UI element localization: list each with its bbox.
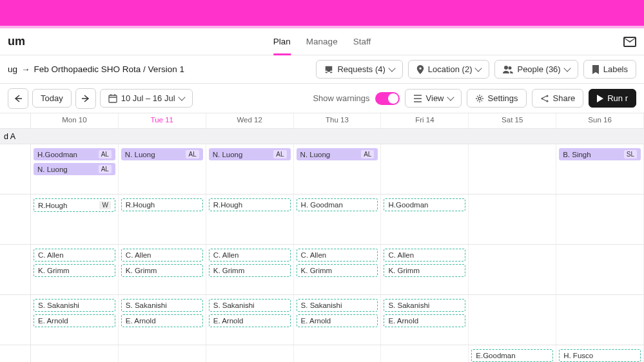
today-button[interactable]: Today — [32, 89, 72, 108]
day-cell[interactable]: S. SakanishiE. Arnold — [31, 295, 119, 345]
shift-chip[interactable]: R.Hough — [209, 198, 291, 211]
location-filter[interactable]: Location (2) — [408, 60, 490, 79]
warnings-label: Show warnings — [313, 93, 369, 103]
day-cell[interactable]: S. SakanishiE. Arnold — [119, 295, 206, 345]
section-label: d A — [4, 132, 15, 141]
shift-chip[interactable]: S. Sakanishi — [209, 299, 291, 312]
shift-chip[interactable]: N. LuongAL — [209, 148, 291, 160]
day-cell[interactable]: N. LuongAL — [206, 144, 294, 194]
shift-chip[interactable]: R.Hough — [121, 198, 203, 211]
day-cell[interactable] — [556, 245, 644, 294]
shift-chip[interactable]: E. Arnold — [34, 314, 115, 327]
day-cell[interactable] — [206, 345, 294, 362]
day-cell[interactable]: C. AllenK. Grimm — [381, 245, 469, 294]
shift-chip[interactable]: E.Goodman — [471, 349, 553, 362]
day-cell[interactable] — [31, 345, 119, 362]
section-header[interactable]: d A — [0, 129, 644, 144]
day-cell[interactable]: R.Hough — [206, 195, 294, 244]
chip-name: E.Goodman — [476, 352, 515, 359]
day-cell[interactable] — [119, 345, 206, 362]
schedule-row: E.GoodmanH. Fusco — [0, 345, 644, 362]
shift-chip[interactable]: S. Sakanishi — [297, 299, 378, 312]
day-cell[interactable]: S. SakanishiE. Arnold — [206, 295, 294, 345]
shift-chip[interactable]: N. LuongAL — [121, 148, 203, 160]
chevron-down-icon — [447, 93, 454, 100]
shift-chip[interactable]: E. Arnold — [297, 314, 378, 327]
day-cell[interactable]: H.GoodmanALN. LuongAL — [31, 144, 119, 194]
day-cell[interactable] — [469, 195, 556, 244]
day-cell[interactable]: E.Goodman — [469, 345, 556, 362]
shift-chip[interactable]: S. Sakanishi — [384, 299, 465, 312]
day-cell[interactable]: C. AllenK. Grimm — [206, 245, 294, 294]
row-gutter — [0, 195, 31, 244]
shift-chip[interactable]: S. Sakanishi — [121, 299, 203, 312]
day-cell[interactable] — [294, 345, 382, 362]
day-cell[interactable]: N. LuongAL — [119, 144, 206, 194]
shift-chip[interactable]: S. Sakanishi — [34, 299, 115, 312]
tab-plan[interactable]: Plan — [273, 28, 291, 55]
shift-chip[interactable]: H.Goodman — [384, 198, 465, 211]
shift-chip[interactable]: E. Arnold — [209, 314, 291, 327]
day-cell[interactable]: B. SinghSL — [556, 144, 644, 194]
day-cell[interactable]: H.Goodman — [381, 195, 469, 244]
requests-filter[interactable]: Requests (4) — [316, 60, 402, 79]
day-cell[interactable] — [381, 144, 469, 194]
shift-chip[interactable]: K. Grimm — [121, 264, 203, 277]
tab-manage[interactable]: Manage — [306, 28, 338, 55]
labels-filter[interactable]: Labels — [583, 60, 636, 79]
shift-chip[interactable]: H. Goodman — [297, 198, 378, 211]
shift-chip[interactable]: B. SinghSL — [559, 148, 641, 160]
shift-chip[interactable]: E. Arnold — [384, 314, 465, 327]
mail-icon[interactable] — [623, 37, 636, 47]
day-cell[interactable]: H. Fusco — [556, 345, 644, 362]
day-cell[interactable]: R.Hough — [119, 195, 206, 244]
day-cell[interactable]: C. AllenK. Grimm — [31, 245, 119, 294]
shift-chip[interactable]: C. Allen — [297, 249, 378, 262]
chip-badge: AL — [99, 150, 112, 158]
day-cell[interactable]: N. LuongAL — [294, 144, 382, 194]
chip-name: K. Grimm — [388, 267, 420, 274]
daterange-button[interactable]: 10 Jul – 16 Jul — [100, 89, 193, 108]
shift-chip[interactable]: K. Grimm — [297, 264, 378, 277]
run-button[interactable]: Run r — [589, 89, 636, 108]
day-cell[interactable] — [469, 245, 556, 294]
day-header: Thu 13 — [294, 113, 382, 128]
shift-chip[interactable]: N. LuongAL — [297, 148, 378, 160]
view-button[interactable]: View — [405, 89, 462, 108]
warnings-toggle[interactable] — [375, 92, 400, 105]
shift-chip[interactable]: C. Allen — [384, 249, 465, 262]
shift-chip[interactable]: N. LuongAL — [34, 163, 115, 175]
day-cell[interactable]: S. SakanishiE. Arnold — [294, 295, 382, 345]
shift-chip[interactable]: K. Grimm — [209, 264, 291, 277]
shift-chip[interactable]: H. Fusco — [559, 349, 641, 362]
shift-chip[interactable]: C. Allen — [34, 249, 115, 262]
people-filter[interactable]: People (36) — [494, 60, 578, 79]
shift-chip[interactable]: K. Grimm — [384, 264, 465, 277]
prev-button[interactable] — [8, 88, 28, 109]
next-button[interactable] — [75, 88, 96, 109]
shift-chip[interactable]: H.GoodmanAL — [34, 148, 115, 160]
breadcrumb[interactable]: ug → Feb Orthopaedic SHO Rota / Version … — [8, 64, 184, 74]
day-cell[interactable] — [381, 345, 469, 362]
day-cell[interactable] — [556, 195, 644, 244]
toolbar-left: Today 10 Jul – 16 Jul — [8, 88, 193, 109]
shift-chip[interactable]: K. Grimm — [34, 264, 115, 277]
shift-chip[interactable]: E. Arnold — [121, 314, 203, 327]
day-cell[interactable] — [556, 295, 644, 345]
day-cell[interactable] — [469, 295, 556, 345]
day-cell[interactable]: C. AllenK. Grimm — [294, 245, 382, 294]
chip-name: R.Hough — [38, 202, 67, 209]
shift-chip[interactable]: C. Allen — [121, 249, 203, 262]
day-cell[interactable]: H. Goodman — [294, 195, 382, 244]
shift-chip[interactable]: R.HoughW — [34, 198, 115, 212]
day-cell[interactable]: C. AllenK. Grimm — [119, 245, 206, 294]
chip-name: C. Allen — [301, 251, 327, 259]
day-cell[interactable]: S. SakanishiE. Arnold — [381, 295, 469, 345]
day-cell[interactable]: R.HoughW — [31, 195, 119, 244]
shift-chip[interactable]: C. Allen — [209, 249, 291, 262]
day-header: Sat 15 — [469, 113, 556, 128]
tab-staff[interactable]: Staff — [353, 28, 371, 55]
day-cell[interactable] — [469, 144, 556, 194]
settings-button[interactable]: Settings — [467, 89, 527, 108]
share-button[interactable]: Share — [532, 89, 584, 108]
